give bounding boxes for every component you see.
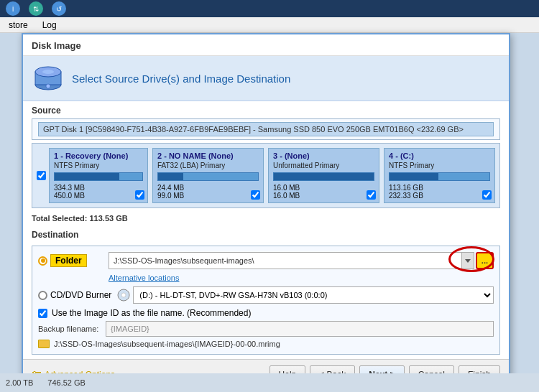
- dialog-title-row: Select Source Drive(s) and Image Destina…: [23, 56, 509, 101]
- alt-locations-link[interactable]: Alternative locations: [109, 274, 494, 282]
- folder-radio[interactable]: [38, 256, 47, 266]
- partition-1-type: NTFS Primary: [54, 162, 143, 169]
- partition-4-bar-fill: [390, 173, 438, 180]
- folder-radio-label: Folder: [38, 254, 103, 267]
- dialog-title: Select Source Drive(s) and Image Destina…: [72, 73, 290, 85]
- disk-info-box: GPT Disk 1 [9C598490-F751-4B38-A927-6FB9…: [32, 118, 500, 140]
- cd-input-group: (D:) - HL-DT-ST, DVD+-RW GSA-H73N vB103 …: [117, 286, 494, 304]
- destination-section-label: Destination: [23, 225, 509, 243]
- menu-store[interactable]: store: [3, 19, 34, 32]
- top-bar: i ⇅ ↺: [0, 0, 539, 17]
- disk-icon: [33, 63, 63, 93]
- partition-4-title: 4 - (C:): [389, 151, 490, 160]
- partition-2-title: 2 - NO NAME (None): [157, 151, 259, 160]
- folder-path-input[interactable]: [109, 252, 462, 269]
- use-image-id-checkbox[interactable]: [38, 309, 47, 318]
- folder-mini-icon: [38, 340, 50, 348]
- partitions-container: 1 - Recovery (None) NTFS Primary 334.3 M…: [32, 143, 500, 208]
- cd-drive-select[interactable]: (D:) - HL-DT-ST, DVD+-RW GSA-H73N vB103 …: [133, 286, 494, 304]
- partition-2-checkbox[interactable]: [251, 190, 260, 200]
- use-image-id-row: Use the Image ID as the file name. (Reco…: [38, 308, 494, 318]
- output-path-text: J:\SSD-OS-Images\subsequent-images\{IMAG…: [54, 340, 280, 348]
- disk-info-text: GPT Disk 1 [9C598490-F751-4B38-A927-6FB9…: [38, 122, 494, 136]
- partition-1-checkbox[interactable]: [135, 190, 144, 200]
- disk-image-dialog: Disk Image Select Source Drive(s) and Im…: [22, 33, 510, 391]
- partition-4-sizes: 113.16 GB 232.33 GB: [389, 184, 490, 200]
- svg-point-4: [46, 84, 50, 88]
- folder-browse-btn[interactable]: ...: [476, 252, 494, 269]
- partition-2-sizes: 24.4 MB 99.0 MB: [157, 184, 259, 200]
- backup-filename-row: Backup filename:: [38, 321, 494, 337]
- menu-bar: store Log: [0, 17, 539, 33]
- partition-4-bar: [389, 172, 490, 181]
- cd-icon: [117, 289, 130, 302]
- partition-1-card: 1 - Recovery (None) NTFS Primary 334.3 M…: [49, 148, 148, 203]
- partition-3-title: 3 - (None): [273, 151, 374, 160]
- partition-2-card: 2 - NO NAME (None) FAT32 (LBA) Primary 2…: [152, 148, 264, 203]
- svg-marker-5: [465, 259, 471, 263]
- backup-filename-label: Backup filename:: [38, 325, 100, 333]
- backup-filename-input[interactable]: [106, 321, 494, 337]
- dialog-header: Disk Image: [23, 34, 509, 56]
- source-label: Source: [23, 101, 509, 118]
- info-icon[interactable]: i: [6, 1, 20, 16]
- partition-4-checkbox[interactable]: [482, 190, 492, 200]
- menu-log[interactable]: Log: [37, 19, 63, 32]
- cd-radio-label: CD/DVD Burner: [38, 290, 111, 300]
- destination-section: Folder ... Alternative locations CD/DVD …: [32, 246, 500, 355]
- folder-input-group: ...: [109, 252, 494, 269]
- partition-2-type: FAT32 (LBA) Primary: [157, 162, 259, 169]
- output-path: J:\SSD-OS-Images\subsequent-images\{IMAG…: [38, 340, 494, 348]
- partition-1-bar-fill: [55, 173, 119, 180]
- status-bar: 2.00 TB 746.52 GB: [0, 373, 539, 392]
- partition-2-bar: [157, 172, 259, 181]
- folder-row: Folder ...: [38, 252, 494, 269]
- sync-icon[interactable]: ⇅: [29, 1, 43, 16]
- status-storage-2: 746.52 GB: [47, 378, 86, 387]
- folder-label: Folder: [50, 254, 87, 267]
- status-storage-1: 2.00 TB: [6, 378, 33, 387]
- partition-4-card: 4 - (C:) NTFS Primary 113.16 GB 232.33 G…: [384, 148, 495, 203]
- partition-3-type: Unformatted Primary: [273, 162, 374, 169]
- cd-label: CD/DVD Burner: [50, 290, 111, 300]
- partition-3-checkbox[interactable]: [367, 190, 376, 200]
- partition-1-bar: [54, 172, 143, 181]
- use-image-id-label: Use the Image ID as the file name. (Reco…: [52, 308, 251, 318]
- partition-3-bar-fill: [274, 173, 374, 180]
- svg-point-3: [42, 70, 54, 74]
- cd-dvd-row: CD/DVD Burner (D:) - HL-DT-ST, DVD+-RW G…: [38, 286, 494, 304]
- partition-3-bar: [273, 172, 374, 181]
- refresh-icon[interactable]: ↺: [52, 1, 66, 16]
- partition-1-outer-checkbox[interactable]: [37, 171, 46, 180]
- partition-3-card: 3 - (None) Unformatted Primary 16.0 MB 1…: [268, 148, 379, 203]
- partition-1-sizes: 334.3 MB 450.0 MB: [54, 184, 143, 200]
- partition-3-sizes: 16.0 MB 16.0 MB: [273, 184, 374, 200]
- total-selected: Total Selected: 113.53 GB: [23, 211, 509, 225]
- folder-dropdown-btn[interactable]: [462, 252, 474, 269]
- partition-1-title: 1 - Recovery (None): [54, 151, 143, 160]
- svg-point-7: [121, 293, 126, 297]
- partition-4-type: NTFS Primary: [389, 162, 490, 169]
- cd-radio[interactable]: [38, 291, 47, 300]
- partition-2-bar-fill: [158, 173, 183, 180]
